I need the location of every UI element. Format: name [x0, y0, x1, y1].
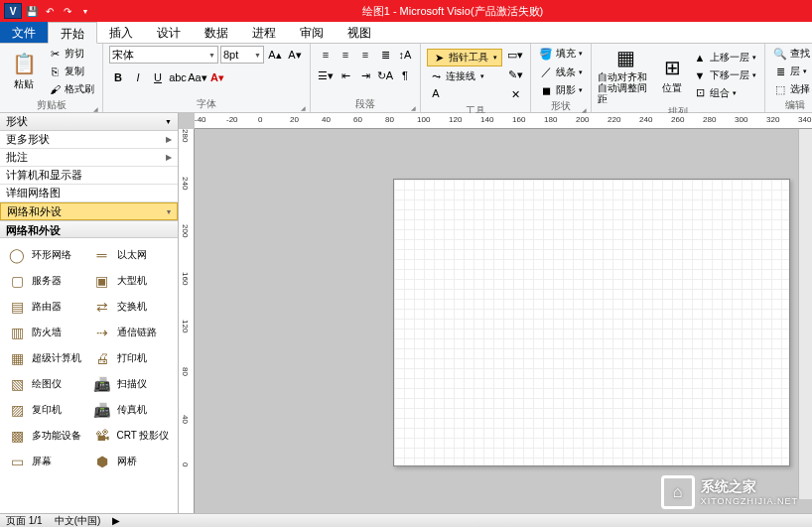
status-language[interactable]: 中文(中国): [55, 514, 101, 528]
font-color-button[interactable]: A▾: [208, 68, 226, 86]
app-icon[interactable]: V: [4, 3, 22, 19]
save-icon[interactable]: 💾: [24, 3, 40, 19]
tab-view[interactable]: 视图: [336, 22, 383, 43]
group-label-clipboard: 剪贴板: [6, 97, 96, 113]
shrink-font-button[interactable]: A▾: [286, 46, 304, 64]
align-center-button[interactable]: ≡: [337, 46, 354, 64]
vertical-scrollbar[interactable]: [798, 129, 812, 499]
chevron-down-icon: ▾: [167, 207, 171, 216]
connector-tool-button[interactable]: ⤳连接线▾: [427, 68, 502, 84]
line-button[interactable]: ／线条▾: [537, 64, 585, 80]
group-edit: 🔍查找▾ ≣层▾ ⬚选择▾ 编辑: [765, 44, 812, 112]
shape-item[interactable]: ▢服务器: [4, 268, 89, 294]
shape-icon: 📽: [91, 427, 113, 445]
bullets-button[interactable]: ☰▾: [317, 66, 335, 84]
fill-icon: 🪣: [539, 48, 553, 61]
shapes-panel-header[interactable]: 形状▼: [0, 113, 178, 131]
grow-font-button[interactable]: A▴: [266, 46, 284, 64]
shape-item[interactable]: ▦超级计算机: [4, 345, 89, 371]
align-vert-button[interactable]: ↕A: [396, 46, 414, 64]
shape-item[interactable]: 📠传真机: [89, 397, 175, 423]
ribbon-tabs: 文件 开始 插入 设计 数据 进程 审阅 视图: [0, 22, 812, 44]
shape-item[interactable]: ⇢通信链路: [89, 320, 175, 345]
drawing-surface[interactable]: [195, 129, 812, 513]
freeform-tool-button[interactable]: ✎▾: [506, 66, 524, 83]
shadow-button[interactable]: ◼阴影▾: [537, 82, 585, 98]
category-network-peripherals[interactable]: 网络和外设▾: [0, 202, 178, 220]
tab-data[interactable]: 数据: [193, 22, 240, 43]
bold-button[interactable]: B: [109, 68, 127, 86]
position-button[interactable]: ⊞位置: [657, 46, 687, 104]
fill-button[interactable]: 🪣填充▾: [537, 46, 585, 62]
shape-icon: ▦: [6, 349, 28, 367]
shape-icon: ⇄: [91, 298, 113, 316]
crop-tool-button[interactable]: ✕: [506, 85, 524, 103]
rotate-text-button[interactable]: ↻A: [376, 66, 394, 84]
category-annotations[interactable]: 批注▶: [0, 149, 178, 167]
pointer-tool-button[interactable]: ➤指针工具▾: [427, 49, 502, 66]
italic-button[interactable]: I: [129, 68, 147, 86]
case-button[interactable]: Aa▾: [189, 68, 206, 86]
font-name-combo[interactable]: 宋体▼: [109, 46, 218, 64]
group-tools: ➤指针工具▾ ⤳连接线▾ A ▭▾ ✎▾ ✕ 工具: [421, 44, 531, 112]
shape-item[interactable]: 🖨打印机: [89, 345, 175, 371]
qat-dropdown-icon[interactable]: ▼: [77, 3, 93, 19]
shape-item[interactable]: ▭屏幕: [4, 449, 89, 474]
paste-button[interactable]: 📋粘贴: [6, 46, 42, 97]
group-button[interactable]: ⊡组合▾: [691, 85, 758, 101]
align-left-button[interactable]: ≡: [317, 46, 335, 64]
shape-item[interactable]: ⇄交换机: [89, 294, 175, 320]
select-button[interactable]: ⬚选择▾: [771, 81, 812, 97]
shape-icon: ⇢: [91, 324, 113, 341]
shape-item[interactable]: ═以太网: [89, 242, 175, 268]
text-tool-button[interactable]: A: [427, 86, 502, 100]
format-painter-button[interactable]: 🖌格式刷: [46, 81, 96, 97]
shape-item[interactable]: ▨复印机: [4, 397, 89, 423]
autoalign-button[interactable]: ▦自动对齐和 自动调整间距: [598, 46, 653, 104]
cut-button[interactable]: ✂剪切: [46, 46, 96, 62]
find-button[interactable]: 🔍查找▾: [771, 46, 812, 62]
undo-icon[interactable]: ↶: [42, 3, 58, 19]
drawing-page[interactable]: [393, 179, 790, 466]
underline-button[interactable]: U: [149, 68, 167, 86]
shape-item[interactable]: ◯环形网络: [4, 242, 89, 268]
tab-process[interactable]: 进程: [240, 22, 288, 43]
shape-item[interactable]: ▩多功能设备: [4, 423, 89, 449]
strike-button[interactable]: abc: [169, 68, 187, 86]
shape-item[interactable]: ▣大型机: [89, 268, 175, 294]
text-icon: A: [429, 87, 443, 99]
connector-icon: ⤳: [429, 70, 443, 83]
font-size-combo[interactable]: 8pt▼: [220, 46, 264, 64]
category-computers[interactable]: 计算机和显示器: [0, 167, 178, 185]
shape-item[interactable]: ⬢网桥: [89, 449, 175, 474]
bring-forward-button[interactable]: ▲上移一层▾: [691, 50, 758, 66]
shape-icon: ▧: [6, 375, 28, 393]
tab-file[interactable]: 文件: [0, 22, 48, 43]
category-more-shapes[interactable]: 更多形状▶: [0, 131, 178, 149]
tab-home[interactable]: 开始: [48, 22, 97, 44]
shape-item[interactable]: ▧绘图仪: [4, 371, 89, 397]
text-direction-button[interactable]: ¶: [396, 66, 414, 84]
shape-icon: ▥: [6, 324, 28, 341]
shape-item[interactable]: ▤路由器: [4, 294, 89, 320]
rectangle-tool-button[interactable]: ▭▾: [506, 46, 524, 64]
send-back-button[interactable]: ▼下移一层▾: [691, 67, 758, 83]
layer-button[interactable]: ≣层▾: [771, 64, 812, 79]
shape-item[interactable]: 📠扫描仪: [89, 371, 175, 397]
shape-item[interactable]: 📽CRT 投影仪: [89, 423, 175, 449]
justify-button[interactable]: ≣: [376, 46, 394, 64]
align-right-button[interactable]: ≡: [356, 46, 374, 64]
tab-review[interactable]: 审阅: [288, 22, 336, 43]
indent-inc-button[interactable]: ⇥: [356, 66, 374, 84]
shape-icon: 📠: [91, 375, 113, 393]
copy-button[interactable]: ⎘复制: [46, 64, 96, 79]
brush-icon: 🖌: [48, 83, 62, 95]
status-record-icon[interactable]: ▶: [112, 515, 120, 526]
category-detailed-network[interactable]: 详细网络图: [0, 185, 178, 202]
indent-dec-button[interactable]: ⇤: [337, 66, 354, 84]
tab-design[interactable]: 设计: [145, 22, 193, 43]
bring-fwd-icon: ▲: [693, 52, 707, 64]
redo-icon[interactable]: ↷: [60, 3, 75, 19]
tab-insert[interactable]: 插入: [97, 22, 145, 43]
shape-item[interactable]: ▥防火墙: [4, 320, 89, 345]
